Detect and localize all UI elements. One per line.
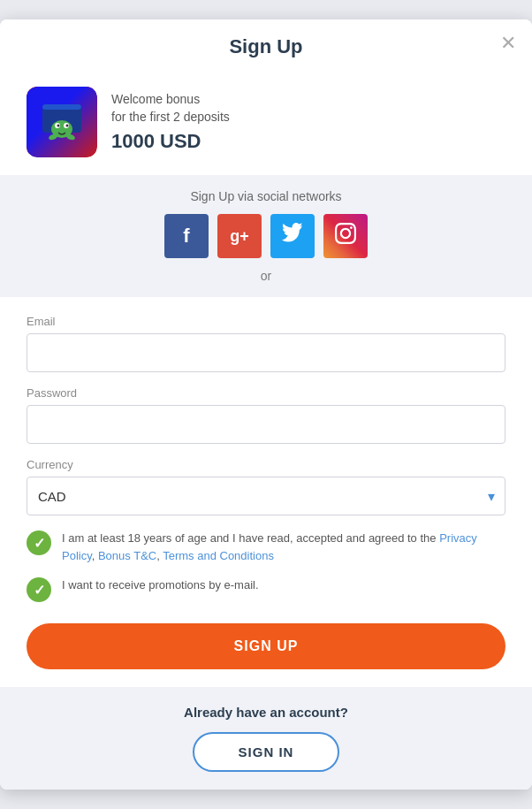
currency-group: Currency USD EUR CAD GBP AUD ▾: [27, 458, 505, 515]
bonus-image: [27, 87, 97, 157]
terms-link[interactable]: Terms and Conditions: [163, 549, 274, 562]
facebook-button[interactable]: f: [164, 214, 209, 258]
password-group: Password: [27, 386, 505, 444]
password-input[interactable]: [27, 405, 505, 444]
currency-label: Currency: [27, 458, 505, 471]
social-buttons: f g+: [18, 214, 514, 258]
google-button[interactable]: g+: [217, 214, 262, 258]
bonus-tc-link[interactable]: Bonus T&C: [98, 549, 156, 562]
modal-header: Sign Up ✕: [0, 19, 532, 73]
instagram-icon: [335, 223, 356, 249]
svg-rect-1: [42, 104, 81, 110]
email-input[interactable]: [27, 333, 505, 372]
currency-select[interactable]: USD EUR CAD GBP AUD: [27, 477, 505, 515]
email-group: Email: [27, 315, 505, 372]
terms-text: I am at least 18 years of age and I have…: [62, 530, 505, 564]
or-divider: or: [18, 269, 514, 283]
form-section: Email Password Currency USD EUR CAD GBP …: [0, 297, 532, 687]
promotions-checkbox-group: I want to receive promotions by e-mail.: [27, 576, 505, 602]
twitter-icon: [282, 223, 303, 249]
signin-button[interactable]: SIGN IN: [193, 732, 340, 772]
already-have-account-text: Already have an account?: [18, 705, 514, 720]
promotions-checkbox[interactable]: [27, 577, 51, 602]
footer-section: Already have an account? SIGN IN: [0, 687, 532, 790]
bonus-amount: 1000 USD: [111, 130, 230, 153]
bonus-section: Welcome bonus for the first 2 deposits 1…: [0, 73, 532, 175]
svg-point-7: [66, 125, 69, 127]
social-section: Sign Up via social networks f g+: [0, 175, 532, 297]
modal-title: Sign Up: [229, 35, 302, 57]
password-label: Password: [27, 386, 505, 400]
email-label: Email: [27, 315, 505, 328]
bonus-subtitle: Welcome bonus for the first 2 deposits: [111, 91, 230, 126]
signup-modal: Sign Up ✕: [0, 19, 532, 790]
bonus-text: Welcome bonus for the first 2 deposits 1…: [111, 91, 230, 152]
terms-checkbox[interactable]: [27, 530, 51, 555]
twitter-button[interactable]: [270, 214, 315, 258]
close-button[interactable]: ✕: [500, 34, 516, 53]
svg-point-6: [57, 125, 60, 127]
facebook-icon: f: [183, 225, 189, 248]
social-label: Sign Up via social networks: [18, 189, 514, 203]
currency-select-wrapper: USD EUR CAD GBP AUD ▾: [27, 477, 505, 515]
signup-button[interactable]: SIGN UP: [27, 623, 505, 669]
google-icon: g+: [230, 227, 249, 246]
promotions-text: I want to receive promotions by e-mail.: [62, 576, 259, 594]
instagram-button[interactable]: [323, 214, 368, 258]
terms-checkbox-group: I am at least 18 years of age and I have…: [27, 530, 505, 564]
